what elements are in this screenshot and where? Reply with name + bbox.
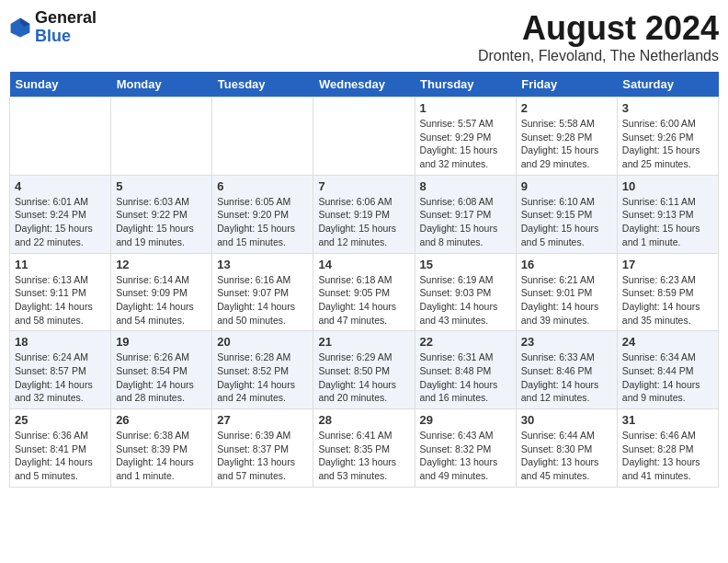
day-number: 11: [15, 258, 106, 271]
day-number: 30: [521, 413, 612, 427]
column-header-sunday: Sunday: [10, 72, 111, 98]
calendar-cell: 18Sunrise: 6:24 AM Sunset: 8:57 PM Dayli…: [10, 331, 111, 409]
calendar-cell: 27Sunrise: 6:39 AM Sunset: 8:37 PM Dayli…: [212, 409, 313, 488]
cell-content: Sunrise: 6:26 AM Sunset: 8:54 PM Dayligh…: [116, 350, 207, 405]
title-block: August 2024 Dronten, Flevoland, The Neth…: [478, 9, 719, 64]
calendar-cell: 26Sunrise: 6:38 AM Sunset: 8:39 PM Dayli…: [111, 409, 212, 488]
calendar-cell: 7Sunrise: 6:06 AM Sunset: 9:19 PM Daylig…: [313, 175, 415, 253]
cell-content: Sunrise: 6:16 AM Sunset: 9:07 PM Dayligh…: [217, 273, 308, 327]
calendar-cell: 14Sunrise: 6:18 AM Sunset: 9:05 PM Dayli…: [313, 253, 415, 331]
cell-content: Sunrise: 6:01 AM Sunset: 9:24 PM Dayligh…: [15, 195, 106, 249]
day-number: 26: [116, 413, 207, 427]
cell-content: Sunrise: 5:57 AM Sunset: 9:29 PM Dayligh…: [420, 117, 511, 171]
calendar-cell: 2Sunrise: 5:58 AM Sunset: 9:28 PM Daylig…: [516, 98, 617, 176]
page-header: General Blue August 2024 Dronten, Flevol…: [9, 9, 719, 64]
calendar-cell: 13Sunrise: 6:16 AM Sunset: 9:07 PM Dayli…: [212, 253, 313, 331]
cell-content: Sunrise: 6:06 AM Sunset: 9:19 PM Dayligh…: [318, 195, 409, 249]
day-number: 8: [420, 179, 511, 193]
cell-content: Sunrise: 6:28 AM Sunset: 8:52 PM Dayligh…: [217, 350, 308, 405]
logo: General Blue: [9, 9, 97, 46]
calendar-cell: 16Sunrise: 6:21 AM Sunset: 9:01 PM Dayli…: [516, 253, 617, 331]
cell-content: Sunrise: 6:18 AM Sunset: 9:05 PM Dayligh…: [318, 273, 409, 327]
calendar-cell: 20Sunrise: 6:28 AM Sunset: 8:52 PM Dayli…: [212, 331, 313, 409]
calendar-cell: 22Sunrise: 6:31 AM Sunset: 8:48 PM Dayli…: [415, 331, 516, 409]
calendar-table: SundayMondayTuesdayWednesdayThursdayFrid…: [9, 72, 719, 488]
day-number: 29: [420, 413, 511, 427]
column-header-thursday: Thursday: [415, 72, 516, 98]
calendar-cell: 19Sunrise: 6:26 AM Sunset: 8:54 PM Dayli…: [111, 331, 212, 409]
calendar-cell: 5Sunrise: 6:03 AM Sunset: 9:22 PM Daylig…: [111, 175, 212, 253]
cell-content: Sunrise: 6:24 AM Sunset: 8:57 PM Dayligh…: [15, 350, 106, 405]
calendar-cell: 25Sunrise: 6:36 AM Sunset: 8:41 PM Dayli…: [10, 409, 111, 488]
day-number: 16: [521, 258, 612, 271]
calendar-cell: 23Sunrise: 6:33 AM Sunset: 8:46 PM Dayli…: [516, 331, 617, 409]
cell-content: Sunrise: 6:23 AM Sunset: 8:59 PM Dayligh…: [622, 273, 713, 327]
day-number: 13: [217, 258, 308, 271]
calendar-week-row: 11Sunrise: 6:13 AM Sunset: 9:11 PM Dayli…: [10, 253, 719, 331]
calendar-cell: 10Sunrise: 6:11 AM Sunset: 9:13 PM Dayli…: [617, 175, 718, 253]
calendar-cell: 8Sunrise: 6:08 AM Sunset: 9:17 PM Daylig…: [415, 175, 516, 253]
cell-content: Sunrise: 6:03 AM Sunset: 9:22 PM Dayligh…: [116, 195, 207, 249]
cell-content: Sunrise: 5:58 AM Sunset: 9:28 PM Dayligh…: [521, 117, 612, 171]
calendar-cell: [111, 98, 212, 176]
day-number: 1: [420, 101, 511, 115]
day-number: 28: [318, 413, 409, 427]
calendar-cell: 24Sunrise: 6:34 AM Sunset: 8:44 PM Dayli…: [617, 331, 718, 409]
calendar-cell: 11Sunrise: 6:13 AM Sunset: 9:11 PM Dayli…: [10, 253, 111, 331]
cell-content: Sunrise: 6:33 AM Sunset: 8:46 PM Dayligh…: [521, 350, 612, 405]
logo-icon: [9, 17, 31, 39]
cell-content: Sunrise: 6:14 AM Sunset: 9:09 PM Dayligh…: [116, 273, 207, 327]
cell-content: Sunrise: 6:05 AM Sunset: 9:20 PM Dayligh…: [217, 195, 308, 249]
day-number: 20: [217, 335, 308, 349]
calendar-cell: 31Sunrise: 6:46 AM Sunset: 8:28 PM Dayli…: [617, 409, 718, 488]
calendar-week-row: 25Sunrise: 6:36 AM Sunset: 8:41 PM Dayli…: [10, 409, 719, 488]
calendar-cell: 17Sunrise: 6:23 AM Sunset: 8:59 PM Dayli…: [617, 253, 718, 331]
calendar-cell: [10, 98, 111, 176]
calendar-cell: 3Sunrise: 6:00 AM Sunset: 9:26 PM Daylig…: [617, 98, 718, 176]
location: Dronten, Flevoland, The Netherlands: [478, 48, 719, 64]
cell-content: Sunrise: 6:13 AM Sunset: 9:11 PM Dayligh…: [15, 273, 106, 327]
cell-content: Sunrise: 6:34 AM Sunset: 8:44 PM Dayligh…: [622, 350, 713, 405]
day-number: 23: [521, 335, 612, 349]
calendar-week-row: 4Sunrise: 6:01 AM Sunset: 9:24 PM Daylig…: [10, 175, 719, 253]
day-number: 7: [318, 179, 409, 193]
cell-content: Sunrise: 6:08 AM Sunset: 9:17 PM Dayligh…: [420, 195, 511, 249]
calendar-cell: 12Sunrise: 6:14 AM Sunset: 9:09 PM Dayli…: [111, 253, 212, 331]
column-header-monday: Monday: [111, 72, 212, 98]
day-number: 10: [622, 179, 713, 193]
day-number: 15: [420, 258, 511, 271]
day-number: 4: [15, 179, 106, 193]
column-header-saturday: Saturday: [617, 72, 718, 98]
day-number: 31: [622, 413, 713, 427]
day-number: 17: [622, 258, 713, 271]
cell-content: Sunrise: 6:36 AM Sunset: 8:41 PM Dayligh…: [15, 429, 106, 483]
calendar-cell: 9Sunrise: 6:10 AM Sunset: 9:15 PM Daylig…: [516, 175, 617, 253]
cell-content: Sunrise: 6:43 AM Sunset: 8:32 PM Dayligh…: [420, 429, 511, 483]
calendar-cell: 29Sunrise: 6:43 AM Sunset: 8:32 PM Dayli…: [415, 409, 516, 488]
column-header-tuesday: Tuesday: [212, 72, 313, 98]
calendar-cell: 15Sunrise: 6:19 AM Sunset: 9:03 PM Dayli…: [415, 253, 516, 331]
day-number: 9: [521, 179, 612, 193]
day-number: 24: [622, 335, 713, 349]
day-number: 6: [217, 179, 308, 193]
calendar-header-row: SundayMondayTuesdayWednesdayThursdayFrid…: [10, 72, 719, 98]
day-number: 25: [15, 413, 106, 427]
day-number: 22: [420, 335, 511, 349]
calendar-cell: 1Sunrise: 5:57 AM Sunset: 9:29 PM Daylig…: [415, 98, 516, 176]
day-number: 5: [116, 179, 207, 193]
day-number: 18: [15, 335, 106, 349]
cell-content: Sunrise: 6:10 AM Sunset: 9:15 PM Dayligh…: [521, 195, 612, 249]
day-number: 2: [521, 101, 612, 115]
cell-content: Sunrise: 6:29 AM Sunset: 8:50 PM Dayligh…: [318, 350, 409, 405]
column-header-friday: Friday: [516, 72, 617, 98]
cell-content: Sunrise: 6:31 AM Sunset: 8:48 PM Dayligh…: [420, 350, 511, 405]
cell-content: Sunrise: 6:00 AM Sunset: 9:26 PM Dayligh…: [622, 117, 713, 171]
calendar-week-row: 18Sunrise: 6:24 AM Sunset: 8:57 PM Dayli…: [10, 331, 719, 409]
day-number: 21: [318, 335, 409, 349]
calendar-cell: 21Sunrise: 6:29 AM Sunset: 8:50 PM Dayli…: [313, 331, 415, 409]
cell-content: Sunrise: 6:21 AM Sunset: 9:01 PM Dayligh…: [521, 273, 612, 327]
cell-content: Sunrise: 6:38 AM Sunset: 8:39 PM Dayligh…: [116, 429, 207, 483]
day-number: 12: [116, 258, 207, 271]
calendar-cell: 30Sunrise: 6:44 AM Sunset: 8:30 PM Dayli…: [516, 409, 617, 488]
cell-content: Sunrise: 6:11 AM Sunset: 9:13 PM Dayligh…: [622, 195, 713, 249]
